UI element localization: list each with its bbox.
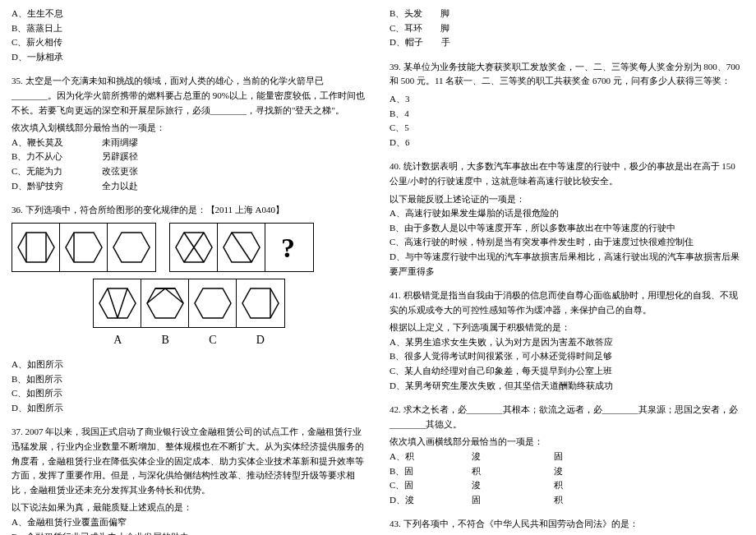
svg-marker-19 <box>195 288 231 318</box>
option-row: A、鞭长莫及未雨绸缪 <box>12 136 366 150</box>
option-c: C、高速行驶的时候，特别是当有突发事件发生时，由于速度过快很难控制住 <box>390 235 744 250</box>
option-b: B、头发 脚 <box>390 7 744 21</box>
figure-cell-d <box>237 279 284 327</box>
hexagon-icon <box>16 228 56 267</box>
svg-line-10 <box>232 233 251 262</box>
svg-marker-0 <box>18 233 54 262</box>
hexagon-icon <box>64 228 104 267</box>
question-body: 43. 下列各项中，不符合《中华人民共和国劳动合同法》的是： <box>390 517 744 532</box>
question-41: 41. 积极错觉是指当自我由于消极的信息而使自尊心面临威胁时，用理想化的自我、不… <box>390 288 744 393</box>
svg-text:?: ? <box>281 233 295 263</box>
option-c: C、5 <box>390 121 744 136</box>
svg-marker-5 <box>113 233 150 262</box>
option-c: C、某人自幼经理对自己印象差，每天提早到办公室上班 <box>390 364 744 379</box>
question-instr: 根据以上定义，下列选项属于积极错觉的是： <box>390 321 744 335</box>
hexagon-icon <box>145 284 185 323</box>
question-body: 39. 某单位为业务技能大赛获奖职工发放奖金，一、二、三等奖每人奖金分别为 80… <box>390 60 744 89</box>
option-row: A、积浚固 <box>390 450 744 464</box>
figure-cell <box>108 224 155 271</box>
option-c2: 浚 <box>472 478 554 493</box>
option-a: A、如图所示 <box>12 357 366 372</box>
question-body: 37. 2007 年以来，我国正式启动了商业银行设立金融租赁公司的试点工作，金融… <box>12 425 366 497</box>
option-d2: 固 <box>472 493 554 508</box>
figure-cell <box>218 224 265 271</box>
option-d1: D、浚 <box>390 493 472 508</box>
right-column: B、头发 脚 C、耳环 脚 D、帽子 手 39. 某单位为业务技能大赛获奖职工发… <box>378 0 756 535</box>
question-body: 41. 积极错觉是指当自我由于消极的信息而使自尊心面临威胁时，用理想化的自我、不… <box>390 288 744 317</box>
option-a3: 固 <box>554 450 636 464</box>
option-a: A、某男生追求女生失败，认为对方是因为害羞不敢答应 <box>390 335 744 350</box>
question-instr: 以下说法如果为真，最能质疑上述观点的是： <box>12 500 366 515</box>
figure-answer-row <box>93 279 285 328</box>
figure-prompt-row: ? <box>12 223 366 272</box>
pre-options: A、生生不息 B、蒸蒸日上 C、薪火相传 D、一脉相承 <box>12 7 366 64</box>
figure-letters: A B C D <box>94 331 284 349</box>
option-b: B、由于多数人是以中等速度开车，所以多数事故出在中等速度的行驶中 <box>390 221 744 236</box>
figure-group-left <box>12 223 156 272</box>
option-c3: 积 <box>554 478 636 493</box>
figure-cell: ? <box>265 224 313 271</box>
option-d2: 全力以赴 <box>102 179 366 194</box>
option-a1: A、鞭长莫及 <box>12 136 102 150</box>
option-a: A、3 <box>390 92 744 107</box>
question-body: 40. 统计数据表明，大多数汽车事故出在中等速度的行驶中，极少的事故是出在高于 … <box>390 159 744 188</box>
option-c1: C、无能为力 <box>12 164 102 179</box>
option-b: B、金融租赁行业已成为中小企业发展的助力 <box>12 530 366 535</box>
option-d3: 积 <box>554 493 636 508</box>
question-body: 35. 太空是一个充满未知和挑战的领域，面对人类的雄心，当前的化学火箭早已___… <box>12 74 366 118</box>
option-row: C、固浚积 <box>390 478 744 493</box>
option-c1: C、固 <box>390 478 472 493</box>
q38-continued: B、头发 脚 C、耳环 脚 D、帽子 手 <box>390 7 744 50</box>
option-d: D、帽子 手 <box>390 35 744 50</box>
figure-cell <box>170 224 218 271</box>
option-a2: 未雨绸缪 <box>102 136 366 150</box>
hexagon-icon <box>112 228 151 267</box>
option-d: D、6 <box>390 136 744 150</box>
option-b1: B、力不从心 <box>12 150 102 164</box>
option-row: C、无能为力改弦更张 <box>12 164 366 179</box>
option-b: B、4 <box>390 107 744 122</box>
option-b: B、如图所示 <box>12 372 366 387</box>
option-b: B、蒸蒸日上 <box>12 21 366 36</box>
left-column: A、生生不息 B、蒸蒸日上 C、薪火相传 D、一脉相承 35. 太空是一个充满未… <box>0 0 378 535</box>
letter-a: A <box>113 331 122 349</box>
hexagon-icon <box>193 284 233 323</box>
option-a: A、高速行驶如果发生爆胎的话是很危险的 <box>390 206 744 221</box>
svg-marker-15 <box>147 288 183 318</box>
question-mark-icon: ? <box>273 231 306 264</box>
option-d: D、与中等速度行驶中出现的汽车事故损害后果相比，高速行驶出现的汽车事故损害后果要… <box>390 250 744 279</box>
hexagon-icon <box>222 228 261 267</box>
question-instr: 依次填入划横线部分最恰当的一项是： <box>12 121 366 136</box>
hexagon-icon <box>241 284 280 323</box>
option-a: A、生生不息 <box>12 7 366 21</box>
letter-c: C <box>209 331 216 349</box>
option-a1: A、积 <box>390 450 472 464</box>
option-b1: B、固 <box>390 464 472 479</box>
question-43: 43. 下列各项中，不符合《中华人民共和国劳动合同法》的是： A、用人单位强令冒… <box>390 517 744 535</box>
svg-line-18 <box>165 288 183 303</box>
svg-line-14 <box>118 288 127 318</box>
question-body: 36. 下列选项中，符合所给图形的变化规律的是：【2011 上海 A040】 <box>12 203 366 218</box>
option-row: D、浚固积 <box>390 493 744 508</box>
option-c: C、如图所示 <box>12 386 366 401</box>
option-c: C、薪火相传 <box>12 35 366 50</box>
option-b2: 积 <box>472 464 554 479</box>
hexagon-icon <box>98 284 137 323</box>
question-40: 40. 统计数据表明，大多数汽车事故出在中等速度的行驶中，极少的事故是出在高于 … <box>390 159 744 279</box>
question-instr: 依次填入画横线部分最恰当的一项是： <box>390 435 744 450</box>
letter-d: D <box>256 331 265 349</box>
question-35: 35. 太空是一个充满未知和挑战的领域，面对人类的雄心，当前的化学火箭早已___… <box>12 74 366 193</box>
option-b: B、很多人觉得考试时间很紧张，可小林还觉得时间足够 <box>390 349 744 364</box>
figure-cell-a <box>94 279 141 327</box>
letter-b: B <box>162 331 169 349</box>
option-b2: 另辟蹊径 <box>102 150 366 164</box>
question-42: 42. 求木之长者，必________其根本；欲流之远者，必________其泉… <box>390 403 744 507</box>
figure-cell-c <box>189 279 237 327</box>
figure-cell <box>60 224 108 271</box>
option-c: C、耳环 脚 <box>390 21 744 36</box>
option-row: D、黔驴技穷全力以赴 <box>12 179 366 194</box>
option-row: B、力不从心另辟蹊径 <box>12 150 366 164</box>
svg-line-17 <box>147 288 165 303</box>
question-37: 37. 2007 年以来，我国正式启动了商业银行设立金融租赁公司的试点工作，金融… <box>12 425 366 535</box>
question-36: 36. 下列选项中，符合所给图形的变化规律的是：【2011 上海 A040】 <box>12 203 366 415</box>
